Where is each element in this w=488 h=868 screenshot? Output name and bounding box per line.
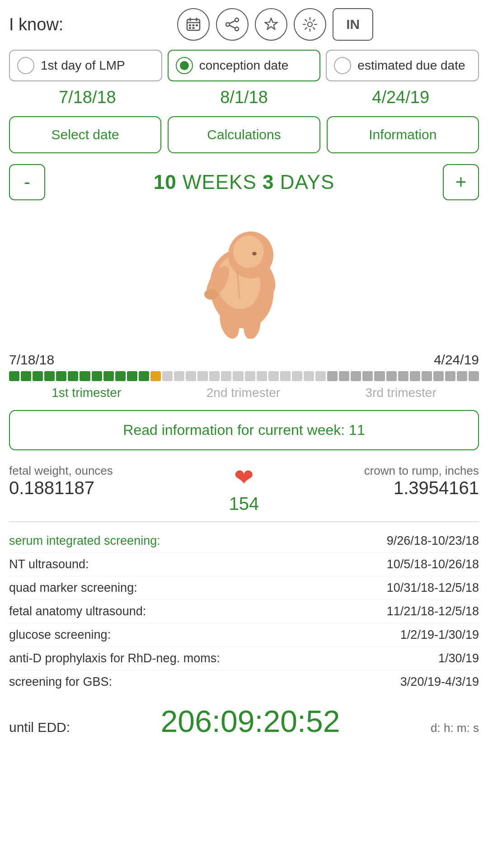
i-know-label: I know: (9, 15, 63, 34)
screening-label: glucose screening: (9, 628, 111, 642)
divider (9, 521, 479, 522)
progress-segment-gray-light (268, 371, 279, 381)
star-icon-button[interactable] (255, 8, 287, 41)
weeks-bar: - 10 WEEKS 3 DAYS + (0, 157, 488, 208)
action-buttons: Select date Calculations Information (0, 113, 488, 157)
progress-segment-green (56, 371, 66, 381)
svg-rect-5 (192, 24, 195, 26)
progress-segment-green (33, 371, 43, 381)
svg-line-23 (305, 28, 307, 29)
conception-radio-dot (180, 61, 189, 70)
in-language-button[interactable]: IN (333, 8, 373, 41)
fetus-illustration (172, 212, 316, 339)
svg-line-21 (313, 28, 315, 29)
progress-segment-gray-light (174, 371, 184, 381)
weeks-label: WEEKS (183, 171, 257, 193)
conception-date: 8/1/18 (166, 88, 323, 107)
svg-line-13 (230, 25, 235, 28)
information-button[interactable]: Information (327, 116, 479, 153)
progress-segment-gray (362, 371, 373, 381)
screening-label: serum integrated screening: (9, 534, 160, 548)
heart-stat: ❤ 154 (217, 464, 271, 514)
fetal-weight-stat: fetal weight, ounces 0.1881187 (9, 464, 212, 498)
screening-row: glucose screening:1/2/19-1/30/19 (9, 623, 479, 647)
fetal-weight-label: fetal weight, ounces (9, 464, 212, 478)
screening-date: 11/21/18-12/5/18 (387, 604, 479, 618)
conception-radio-label: conception date (199, 58, 289, 73)
timeline-dates: 7/18/18 4/24/19 (9, 352, 479, 368)
progress-segment-gray-light (257, 371, 267, 381)
crown-rump-stat: crown to rump, inches 1.3954161 (276, 464, 479, 498)
due-date-radio-circle (334, 57, 351, 74)
screening-label: anti-D prophylaxis for RhD-neg. moms: (9, 651, 220, 665)
trimester-timeline: 7/18/18 4/24/19 1st trimester 2nd trimes… (0, 348, 488, 403)
third-trimester-label: 3rd trimester (366, 386, 436, 400)
screening-label: screening for GBS: (9, 675, 112, 689)
progress-segment-gray-light (304, 371, 314, 381)
fetal-weight-value: 0.1881187 (9, 478, 212, 498)
days-label: DAYS (280, 171, 335, 193)
lmp-date: 7/18/18 (9, 88, 166, 107)
progress-segment-gray (339, 371, 349, 381)
read-info-button[interactable]: Read information for current week: 11 (9, 410, 479, 450)
progress-segment-orange (150, 371, 161, 381)
due-date: 4/24/19 (322, 88, 479, 107)
increase-weeks-button[interactable]: + (443, 164, 479, 200)
progress-segment-green (139, 371, 149, 381)
screening-date: 10/5/18-10/26/18 (387, 557, 479, 571)
svg-point-10 (226, 23, 230, 26)
calculations-button[interactable]: Calculations (168, 116, 320, 153)
conception-radio-circle (176, 57, 193, 74)
progress-segment-gray-light (186, 371, 196, 381)
days-number: 3 (263, 171, 274, 193)
screening-label: NT ultrasound: (9, 557, 89, 571)
conception-radio[interactable]: conception date (168, 50, 321, 81)
calendar-icon-button[interactable] (177, 8, 210, 41)
until-edd-section: until EDD: 206:09:20:52 d: h: m: s (0, 696, 488, 743)
progress-segment-green (92, 371, 102, 381)
screening-date: 9/26/18-10/23/18 (387, 534, 479, 548)
screening-date: 1/30/19 (438, 651, 479, 665)
screening-row: fetal anatomy ultrasound:11/21/18-12/5/1… (9, 600, 479, 623)
progress-segment-gray (398, 371, 408, 381)
until-edd-label: until EDD: (9, 720, 70, 735)
svg-point-30 (204, 289, 219, 300)
due-date-radio[interactable]: estimated due date (326, 50, 479, 81)
progress-segment-gray-light (233, 371, 243, 381)
svg-line-20 (305, 19, 307, 21)
svg-marker-14 (265, 18, 277, 29)
screening-label: quad marker screening: (9, 581, 137, 595)
timeline-start-date: 7/18/18 (9, 352, 54, 368)
svg-line-12 (230, 21, 235, 24)
progress-segment-gray (351, 371, 361, 381)
crown-rump-value: 1.3954161 (276, 478, 479, 498)
trimester-labels: 1st trimester 2nd trimester 3rd trimeste… (9, 386, 479, 400)
progress-segment-gray-light (292, 371, 302, 381)
progress-segment-green (9, 371, 19, 381)
dates-display: 7/18/18 8/1/18 4/24/19 (0, 86, 488, 113)
top-bar: I know: (0, 0, 488, 45)
due-date-radio-label: estimated due date (357, 58, 465, 73)
svg-line-22 (313, 19, 315, 21)
svg-point-33 (252, 252, 257, 255)
share-icon-button[interactable] (216, 8, 249, 41)
screening-row: quad marker screening:10/31/18-12/5/18 (9, 576, 479, 600)
screening-label: fetal anatomy ultrasound: (9, 604, 146, 618)
stats-row: fetal weight, ounces 0.1881187 ❤ 154 cro… (0, 458, 488, 517)
lmp-radio[interactable]: 1st day of LMP (9, 50, 162, 81)
settings-icon-button[interactable] (294, 8, 326, 41)
second-trimester-label: 2nd trimester (206, 386, 280, 400)
decrease-weeks-button[interactable]: - (9, 164, 45, 200)
select-date-button[interactable]: Select date (9, 116, 161, 153)
edd-countdown: 206:09:20:52 (79, 703, 422, 739)
screening-date: 3/20/19-4/3/19 (400, 675, 479, 689)
svg-rect-7 (189, 27, 191, 29)
progress-segment-gray-light (162, 371, 173, 381)
progress-segment-gray-light (197, 371, 208, 381)
timeline-end-date: 4/24/19 (434, 352, 479, 368)
progress-segment-green (115, 371, 126, 381)
progress-segment-gray-light (221, 371, 231, 381)
weeks-number: 10 (154, 171, 177, 193)
progress-segment-gray (410, 371, 420, 381)
progress-segment-gray (433, 371, 444, 381)
